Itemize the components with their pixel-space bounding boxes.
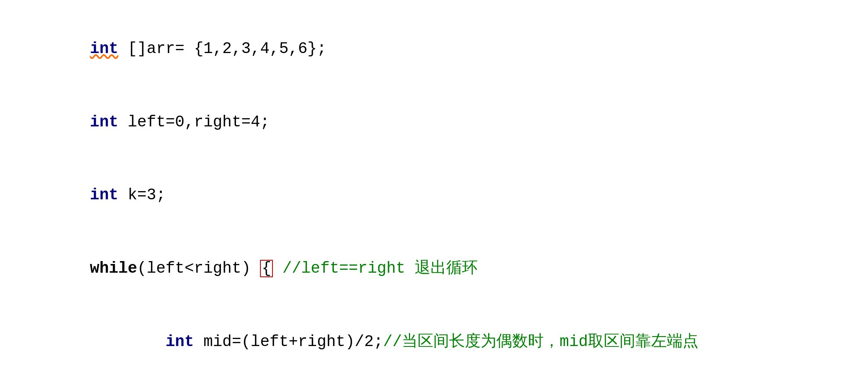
code-line-5-rest: mid=(left+right)/2;	[194, 333, 383, 351]
code-line-1-rest: []arr= {1,2,3,4,5,6};	[118, 40, 326, 58]
code-line-5-indent	[90, 333, 165, 351]
page-container: int []arr= {1,2,3,4,5,6}; int left=0,rig…	[0, 0, 868, 368]
code-line-1: int []arr= {1,2,3,4,5,6};	[33, 12, 843, 86]
code-block: int []arr= {1,2,3,4,5,6}; int left=0,rig…	[17, 8, 851, 368]
code-line-4: while(left<right) { //left==right 退出循环	[33, 232, 843, 305]
keyword-int-3: int	[90, 186, 118, 204]
code-line-5: int mid=(left+right)/2;//当区间长度为偶数时，mid取区…	[33, 305, 843, 368]
code-line-3: int k=3;	[33, 159, 843, 232]
code-line-3-rest: k=3;	[118, 186, 165, 204]
code-line-5-comment: //当区间长度为偶数时，mid取区间靠左端点	[383, 333, 698, 351]
bracket-highlight: {	[260, 260, 273, 277]
keyword-while: while	[90, 259, 137, 277]
code-line-4-comment: //left==right 退出循环	[273, 259, 478, 277]
keyword-int-2: int	[90, 113, 118, 131]
code-line-2: int left=0,right=4;	[33, 86, 843, 159]
keyword-int-5: int	[165, 333, 194, 351]
code-line-4-rest: (left<right)	[137, 259, 260, 277]
code-line-2-rest: left=0,right=4;	[118, 113, 270, 131]
keyword-int-1: int	[90, 40, 118, 58]
